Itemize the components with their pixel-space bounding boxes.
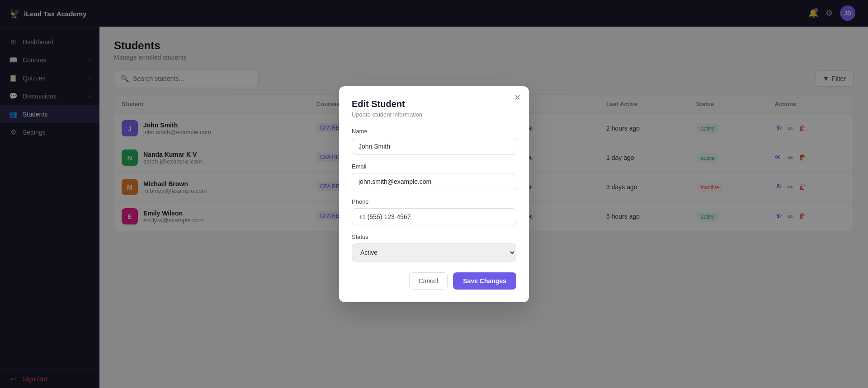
modal-overlay: ✕ Edit Student Update student informatio… xyxy=(0,0,868,388)
status-field-group: Status Active Inactive xyxy=(352,234,516,262)
email-label: Email xyxy=(352,163,516,170)
name-label: Name xyxy=(352,128,516,135)
name-input[interactable] xyxy=(352,138,516,155)
name-field-group: Name xyxy=(352,128,516,155)
status-select[interactable]: Active Inactive xyxy=(352,243,516,262)
email-field-group: Email xyxy=(352,163,516,190)
email-input[interactable] xyxy=(352,173,516,190)
phone-input[interactable] xyxy=(352,208,516,225)
edit-student-modal: ✕ Edit Student Update student informatio… xyxy=(339,86,529,302)
modal-close-button[interactable]: ✕ xyxy=(514,93,521,102)
modal-subtitle: Update student information xyxy=(352,111,516,118)
phone-label: Phone xyxy=(352,198,516,205)
modal-title: Edit Student xyxy=(352,99,516,109)
cancel-button[interactable]: Cancel xyxy=(409,272,448,290)
modal-actions: Cancel Save Changes xyxy=(352,272,516,290)
phone-field-group: Phone xyxy=(352,198,516,225)
save-changes-button[interactable]: Save Changes xyxy=(453,272,516,290)
status-label: Status xyxy=(352,234,516,240)
